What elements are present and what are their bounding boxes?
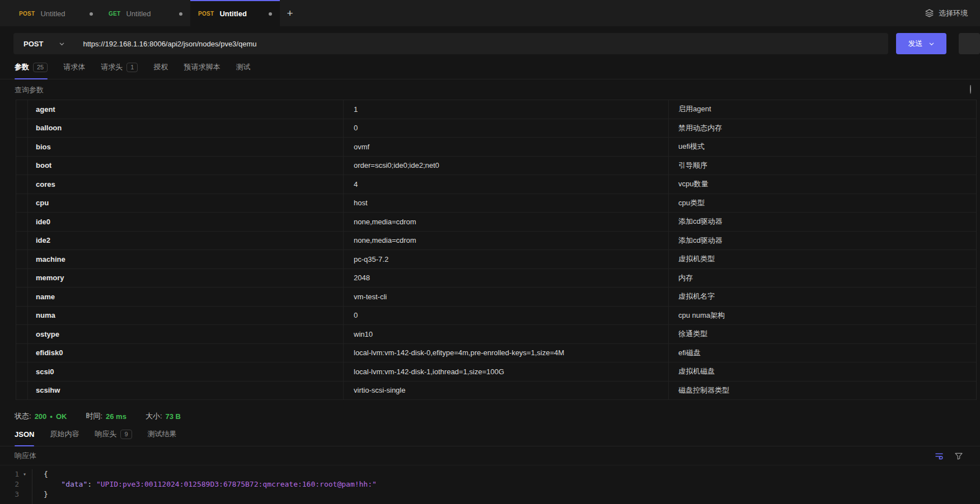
config-tab[interactable]: 请求体 [63,62,85,79]
param-handle-cell[interactable] [16,213,27,231]
param-name-cell[interactable]: numa [27,307,343,325]
param-name-cell[interactable]: ide0 [27,213,343,231]
param-value-cell[interactable]: 1 [343,100,668,119]
response-tab[interactable]: JSON [15,429,34,446]
param-handle-cell[interactable] [16,194,27,213]
param-handle-cell[interactable] [16,307,27,325]
response-tab[interactable]: 测试结果 [148,429,177,446]
param-desc-cell[interactable]: 虚拟机类型 [668,250,976,269]
request-tab[interactable]: POSTUntitled [11,0,101,26]
param-name-cell[interactable]: efidisk0 [27,344,343,362]
param-desc-cell[interactable]: 磁盘控制器类型 [668,381,976,400]
url-input[interactable]: https://192.168.1.16:8006/api2/json/node… [83,40,256,48]
param-row: ostypewin10徐通类型 [16,325,976,344]
send-button[interactable]: 发送 [896,33,946,54]
param-value-cell[interactable]: 0 [343,307,668,325]
response-tab-label: JSON [15,430,34,439]
param-name-cell[interactable]: bios [27,138,343,156]
word-wrap-icon[interactable] [934,451,944,461]
param-handle-cell[interactable] [16,325,27,343]
param-desc-cell[interactable]: 引导顺序 [668,157,976,175]
config-tab[interactable]: 授权 [153,62,168,79]
param-desc-cell[interactable]: efi磁盘 [668,344,976,362]
param-value-cell[interactable]: none,media=cdrom [343,213,668,231]
param-handle-cell[interactable] [16,100,27,119]
new-tab-button[interactable]: + [280,0,300,26]
param-value-cell[interactable]: 0 [343,119,668,138]
param-handle-cell[interactable] [16,362,27,381]
param-desc-cell[interactable]: 虚拟机磁盘 [668,362,976,381]
param-value-cell[interactable]: ovmf [343,138,668,156]
param-name-cell[interactable]: machine [27,250,343,269]
param-row: numa0cpu numa架构 [16,307,976,326]
request-tab[interactable]: POSTUntitled [190,0,280,26]
param-value-cell[interactable]: pc-q35-7.2 [343,250,668,269]
param-name-cell[interactable]: memory [27,269,343,288]
param-handle-cell[interactable] [16,344,27,362]
param-handle-cell[interactable] [16,119,27,138]
config-tab[interactable]: 预请求脚本 [184,62,220,79]
param-value-cell[interactable]: 2048 [343,269,668,288]
param-handle-cell[interactable] [16,138,27,156]
code-line: { [44,469,377,479]
param-desc-cell[interactable]: 内存 [668,269,976,288]
config-tab-label: 预请求脚本 [184,62,220,72]
param-handle-cell[interactable] [16,250,27,269]
param-handle-cell[interactable] [16,157,27,175]
param-desc-cell[interactable]: cpu numa架构 [668,307,976,325]
response-body-header: 响应体 [0,446,980,465]
method-dropdown[interactable]: POST [13,40,43,48]
param-value-cell[interactable]: local-lvm:vm-142-disk-1,iothread=1,size=… [343,362,668,381]
param-name-cell[interactable]: ostype [27,325,343,343]
response-tab[interactable]: 响应头9 [95,429,132,446]
json-response-viewer[interactable]: 1▾23 { "data": "UPID:pve3:00112024:01258… [0,465,980,504]
param-value-cell[interactable]: order=scsi0;ide0;ide2;net0 [343,157,668,175]
param-value-cell[interactable]: local-lvm:vm-142-disk-0,efitype=4m,pre-e… [343,344,668,362]
param-handle-cell[interactable] [16,232,27,250]
param-desc-cell[interactable]: 启用agent [668,100,976,119]
param-name-cell[interactable]: agent [27,100,343,119]
size-value: 73 B [166,412,181,421]
param-name-cell[interactable]: balloon [27,119,343,138]
param-desc-cell[interactable]: 添加cd驱动器 [668,213,976,231]
param-name-cell[interactable]: name [27,288,343,306]
param-handle-cell[interactable] [16,175,27,194]
config-tab[interactable]: 请求头1 [101,62,138,79]
response-tab-label: 原始内容 [50,429,79,439]
param-name-cell[interactable]: cpu [27,194,343,213]
param-desc-cell[interactable]: 添加cd驱动器 [668,232,976,250]
config-tab[interactable]: 测试 [236,62,250,79]
response-tab[interactable]: 原始内容 [50,429,79,446]
method-chevron-down-icon[interactable] [59,41,65,47]
param-name-cell[interactable]: boot [27,157,343,175]
param-name-cell[interactable]: scsi0 [27,362,343,381]
filter-icon[interactable] [954,451,963,460]
param-name-cell[interactable]: scsihw [27,381,343,400]
param-desc-cell[interactable]: 禁用动态内存 [668,119,976,138]
param-value-cell[interactable]: virtio-scsi-single [343,381,668,400]
unsaved-dot-icon [90,12,93,16]
param-desc-cell[interactable]: vcpu数量 [668,175,976,194]
param-value-cell[interactable]: 4 [343,175,668,194]
param-value-cell[interactable]: win10 [343,325,668,343]
extra-actions-button-partial[interactable] [959,33,980,54]
param-handle-cell[interactable] [16,269,27,288]
config-tab-label: 测试 [236,62,250,72]
response-status-bar: 状态: 200 • OK 时间: 26 ms 大小: 73 B [0,411,980,421]
param-name-cell[interactable]: ide2 [27,232,343,250]
param-handle-cell[interactable] [16,381,27,400]
help-circle-icon[interactable] [970,85,977,95]
param-handle-cell[interactable] [16,288,27,306]
param-name-cell[interactable]: cores [27,175,343,194]
param-value-cell[interactable]: vm-test-cli [343,288,668,306]
param-desc-cell[interactable]: 虚拟机名字 [668,288,976,306]
config-tab[interactable]: 参数25 [15,62,48,79]
param-desc-cell[interactable]: uefi模式 [668,138,976,156]
param-value-cell[interactable]: host [343,194,668,213]
param-value-cell[interactable]: none,media=cdrom [343,232,668,250]
param-desc-cell[interactable]: 徐通类型 [668,325,976,343]
environment-selector[interactable]: 选择环境 [925,0,980,26]
param-desc-cell[interactable]: cpu类型 [668,194,976,213]
request-tab[interactable]: GETUntitled [101,0,190,26]
collapse-caret-icon[interactable]: ▾ [19,469,30,479]
